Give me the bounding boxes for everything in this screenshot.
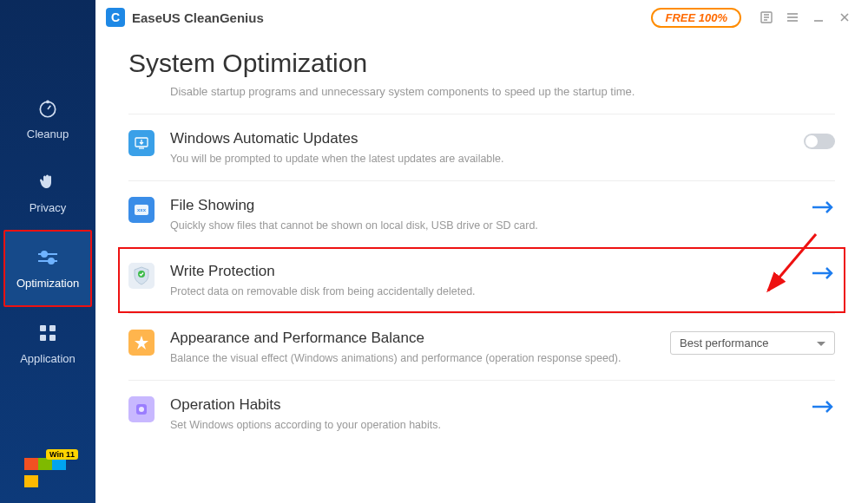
- toggle-windows-updates[interactable]: [804, 134, 835, 149]
- row-desc: Quickly show files that cannot be shown …: [170, 219, 800, 232]
- menu-icon[interactable]: [779, 4, 806, 30]
- arrow-right-icon[interactable]: [811, 200, 835, 216]
- windows-badge-label: Win 11: [46, 449, 78, 460]
- row-title: Windows Automatic Updates: [170, 130, 793, 147]
- svg-text:xxx: xxx: [137, 207, 147, 212]
- main-panel: C EaseUS CleanGenius FREE 100% System Op…: [95, 0, 868, 503]
- row-desc: Balance the visual effect (Windows anima…: [170, 352, 660, 364]
- row-appearance-performance: Appearance and Performance Balance Balan…: [128, 313, 835, 380]
- close-icon[interactable]: [832, 4, 858, 30]
- sidebar-label: Application: [20, 352, 76, 365]
- minimize-icon[interactable]: [806, 4, 832, 30]
- page-title: System Optimization: [128, 49, 835, 78]
- dropdown-value: Best performance: [680, 336, 769, 349]
- svg-point-1: [47, 101, 49, 102]
- monitor-download-icon: [128, 130, 155, 156]
- performance-dropdown[interactable]: Best performance: [670, 331, 835, 355]
- sidebar-item-cleanup[interactable]: Cleanup: [0, 82, 95, 156]
- svg-rect-9: [49, 335, 56, 341]
- gauge-icon: [36, 96, 60, 121]
- sidebar: Cleanup Privacy Optimization: [0, 0, 95, 503]
- row-desc: Set Windows options according to your op…: [170, 419, 800, 431]
- svg-point-26: [139, 407, 144, 412]
- svg-point-5: [49, 258, 54, 264]
- windows-badge[interactable]: Win 11: [24, 458, 68, 493]
- sidebar-label: Cleanup: [27, 127, 69, 140]
- habits-icon: [128, 396, 155, 422]
- sidebar-label: Optimization: [16, 277, 79, 290]
- row-title: Operation Habits: [170, 396, 800, 414]
- shield-check-icon: [128, 263, 155, 289]
- sidebar-item-optimization[interactable]: Optimization: [3, 230, 92, 307]
- note-icon[interactable]: [753, 4, 779, 30]
- row-desc: Protect data on removable disk from bein…: [170, 285, 800, 297]
- row-windows-updates: Windows Automatic Updates You will be pr…: [128, 114, 835, 180]
- row-write-protection[interactable]: Write Protection Protect data on removab…: [118, 247, 845, 313]
- svg-rect-6: [40, 325, 46, 331]
- content-area: System Optimization Disable startup prog…: [95, 35, 868, 503]
- sliders-icon: [36, 245, 60, 270]
- svg-rect-7: [49, 325, 56, 331]
- sidebar-label: Privacy: [30, 201, 67, 214]
- page-subtitle: Disable startup programs and unnecessary…: [170, 85, 835, 98]
- app-title: EaseUS CleanGenius: [132, 10, 264, 25]
- row-title: Appearance and Performance Balance: [170, 330, 660, 347]
- app-window: Cleanup Privacy Optimization: [0, 0, 868, 503]
- hand-icon: [36, 170, 60, 194]
- free-badge[interactable]: FREE 100%: [651, 8, 741, 28]
- row-operation-habits[interactable]: Operation Habits Set Windows options acc…: [128, 380, 835, 447]
- grid-icon: [36, 321, 60, 345]
- sidebar-item-privacy[interactable]: Privacy: [0, 156, 95, 230]
- file-hidden-icon: xxx: [128, 197, 155, 223]
- row-title: Write Protection: [170, 263, 800, 280]
- row-file-showing[interactable]: xxx File Showing Quickly show files that…: [128, 180, 835, 247]
- titlebar: C EaseUS CleanGenius FREE 100%: [95, 0, 868, 35]
- row-title: File Showing: [170, 197, 800, 214]
- app-logo-icon: C: [106, 8, 125, 27]
- star-icon: [128, 330, 155, 356]
- row-desc: You will be prompted to update when the …: [170, 153, 793, 165]
- svg-marker-24: [135, 336, 148, 349]
- arrow-right-icon[interactable]: [811, 266, 835, 282]
- arrow-right-icon[interactable]: [811, 400, 835, 415]
- svg-rect-8: [40, 335, 46, 341]
- sidebar-item-application[interactable]: Application: [0, 307, 95, 381]
- svg-point-3: [42, 252, 47, 257]
